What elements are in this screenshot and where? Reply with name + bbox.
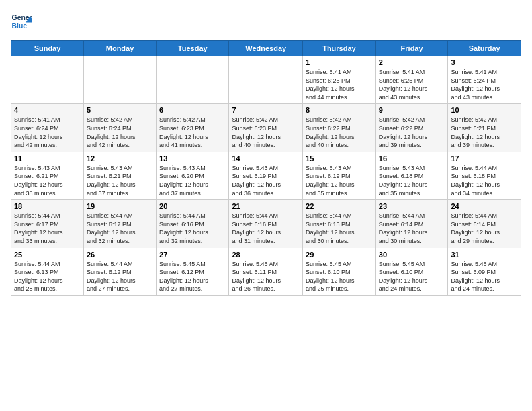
day-info: Sunrise: 5:41 AM Sunset: 6:24 PM Dayligh… (451, 68, 518, 101)
day-info: Sunrise: 5:44 AM Sunset: 6:16 PM Dayligh… (159, 212, 226, 245)
day-info: Sunrise: 5:42 AM Sunset: 6:21 PM Dayligh… (451, 116, 518, 149)
day-header-tuesday: Tuesday (157, 41, 229, 56)
calendar-cell: 14Sunrise: 5:43 AM Sunset: 6:19 PM Dayli… (229, 152, 303, 199)
calendar-cell: 28Sunrise: 5:45 AM Sunset: 6:11 PM Dayli… (229, 248, 303, 295)
calendar-cell (83, 56, 156, 104)
day-info: Sunrise: 5:41 AM Sunset: 6:25 PM Dayligh… (379, 68, 445, 101)
calendar-cell: 20Sunrise: 5:44 AM Sunset: 6:16 PM Dayli… (157, 200, 229, 248)
day-info: Sunrise: 5:42 AM Sunset: 6:23 PM Dayligh… (232, 116, 300, 149)
calendar-cell: 16Sunrise: 5:43 AM Sunset: 6:18 PM Dayli… (375, 152, 448, 199)
day-header-friday: Friday (375, 41, 448, 56)
calendar-cell: 12Sunrise: 5:43 AM Sunset: 6:21 PM Dayli… (83, 152, 156, 199)
day-number: 28 (232, 250, 300, 259)
day-info: Sunrise: 5:45 AM Sunset: 6:12 PM Dayligh… (159, 260, 226, 293)
calendar-cell (11, 56, 84, 104)
calendar-cell: 30Sunrise: 5:45 AM Sunset: 6:10 PM Dayli… (375, 248, 448, 295)
day-number: 26 (87, 250, 153, 259)
calendar-cell: 9Sunrise: 5:42 AM Sunset: 6:22 PM Daylig… (375, 104, 448, 152)
day-number: 27 (159, 250, 226, 259)
day-number: 2 (379, 58, 445, 66)
day-number: 10 (451, 106, 518, 114)
week-row-3: 11Sunrise: 5:43 AM Sunset: 6:21 PM Dayli… (11, 152, 521, 199)
day-number: 31 (451, 250, 518, 259)
week-row-4: 18Sunrise: 5:44 AM Sunset: 6:17 PM Dayli… (11, 200, 521, 248)
day-info: Sunrise: 5:45 AM Sunset: 6:10 PM Dayligh… (306, 260, 373, 293)
day-number: 3 (451, 58, 518, 66)
calendar-cell: 5Sunrise: 5:42 AM Sunset: 6:24 PM Daylig… (83, 104, 156, 152)
calendar-cell: 17Sunrise: 5:44 AM Sunset: 6:18 PM Dayli… (448, 152, 521, 199)
day-header-thursday: Thursday (303, 41, 376, 56)
day-info: Sunrise: 5:41 AM Sunset: 6:24 PM Dayligh… (14, 116, 81, 149)
calendar-cell (157, 56, 229, 104)
logo-icon: General Blue (11, 11, 32, 32)
calendar-cell: 6Sunrise: 5:42 AM Sunset: 6:23 PM Daylig… (157, 104, 229, 152)
day-header-saturday: Saturday (448, 41, 521, 56)
day-number: 5 (87, 106, 153, 114)
calendar-cell (229, 56, 303, 104)
calendar-cell: 29Sunrise: 5:45 AM Sunset: 6:10 PM Dayli… (303, 248, 376, 295)
day-number: 17 (451, 154, 518, 163)
calendar-table: SundayMondayTuesdayWednesdayThursdayFrid… (11, 40, 521, 296)
calendar-cell: 11Sunrise: 5:43 AM Sunset: 6:21 PM Dayli… (11, 152, 84, 199)
calendar-cell: 24Sunrise: 5:44 AM Sunset: 6:14 PM Dayli… (448, 200, 521, 248)
calendar-cell: 8Sunrise: 5:42 AM Sunset: 6:22 PM Daylig… (303, 104, 376, 152)
day-number: 20 (159, 202, 226, 210)
day-info: Sunrise: 5:44 AM Sunset: 6:17 PM Dayligh… (87, 212, 153, 245)
day-info: Sunrise: 5:44 AM Sunset: 6:17 PM Dayligh… (14, 212, 81, 245)
day-number: 9 (379, 106, 445, 114)
days-header-row: SundayMondayTuesdayWednesdayThursdayFrid… (11, 41, 521, 56)
day-number: 23 (379, 202, 445, 210)
calendar-cell: 21Sunrise: 5:44 AM Sunset: 6:16 PM Dayli… (229, 200, 303, 248)
day-info: Sunrise: 5:45 AM Sunset: 6:09 PM Dayligh… (451, 260, 518, 293)
day-number: 1 (306, 58, 373, 66)
day-number: 16 (379, 154, 445, 163)
calendar-cell: 7Sunrise: 5:42 AM Sunset: 6:23 PM Daylig… (229, 104, 303, 152)
svg-text:Blue: Blue (12, 22, 28, 30)
day-number: 24 (451, 202, 518, 210)
day-info: Sunrise: 5:42 AM Sunset: 6:22 PM Dayligh… (379, 116, 445, 149)
day-info: Sunrise: 5:44 AM Sunset: 6:14 PM Dayligh… (451, 212, 518, 245)
calendar-cell: 31Sunrise: 5:45 AM Sunset: 6:09 PM Dayli… (448, 248, 521, 295)
week-row-2: 4Sunrise: 5:41 AM Sunset: 6:24 PM Daylig… (11, 104, 521, 152)
day-info: Sunrise: 5:43 AM Sunset: 6:20 PM Dayligh… (159, 164, 226, 197)
day-number: 30 (379, 250, 445, 259)
day-number: 19 (87, 202, 153, 210)
calendar-cell: 23Sunrise: 5:44 AM Sunset: 6:14 PM Dayli… (375, 200, 448, 248)
day-number: 4 (14, 106, 81, 114)
day-info: Sunrise: 5:43 AM Sunset: 6:21 PM Dayligh… (14, 164, 81, 197)
week-row-1: 1Sunrise: 5:41 AM Sunset: 6:25 PM Daylig… (11, 56, 521, 104)
day-info: Sunrise: 5:42 AM Sunset: 6:24 PM Dayligh… (87, 116, 153, 149)
day-number: 14 (232, 154, 300, 163)
calendar-cell: 15Sunrise: 5:43 AM Sunset: 6:19 PM Dayli… (303, 152, 376, 199)
week-row-5: 25Sunrise: 5:44 AM Sunset: 6:13 PM Dayli… (11, 248, 521, 295)
day-header-sunday: Sunday (11, 41, 84, 56)
day-number: 18 (14, 202, 81, 210)
header: General Blue (11, 11, 521, 32)
day-header-monday: Monday (83, 41, 156, 56)
day-number: 22 (306, 202, 373, 210)
calendar-cell: 13Sunrise: 5:43 AM Sunset: 6:20 PM Dayli… (157, 152, 229, 199)
day-info: Sunrise: 5:42 AM Sunset: 6:23 PM Dayligh… (159, 116, 226, 149)
day-info: Sunrise: 5:43 AM Sunset: 6:18 PM Dayligh… (379, 164, 445, 197)
day-info: Sunrise: 5:43 AM Sunset: 6:19 PM Dayligh… (232, 164, 300, 197)
calendar-cell: 18Sunrise: 5:44 AM Sunset: 6:17 PM Dayli… (11, 200, 84, 248)
calendar-cell: 22Sunrise: 5:44 AM Sunset: 6:15 PM Dayli… (303, 200, 376, 248)
day-info: Sunrise: 5:44 AM Sunset: 6:18 PM Dayligh… (451, 164, 518, 197)
day-info: Sunrise: 5:42 AM Sunset: 6:22 PM Dayligh… (306, 116, 373, 149)
calendar-cell: 4Sunrise: 5:41 AM Sunset: 6:24 PM Daylig… (11, 104, 84, 152)
day-number: 12 (87, 154, 153, 163)
day-number: 6 (159, 106, 226, 114)
calendar-cell: 2Sunrise: 5:41 AM Sunset: 6:25 PM Daylig… (375, 56, 448, 104)
day-number: 8 (306, 106, 373, 114)
day-info: Sunrise: 5:41 AM Sunset: 6:25 PM Dayligh… (306, 68, 373, 101)
day-number: 13 (159, 154, 226, 163)
calendar-cell: 26Sunrise: 5:44 AM Sunset: 6:12 PM Dayli… (83, 248, 156, 295)
calendar-cell: 25Sunrise: 5:44 AM Sunset: 6:13 PM Dayli… (11, 248, 84, 295)
day-info: Sunrise: 5:44 AM Sunset: 6:13 PM Dayligh… (14, 260, 81, 293)
day-number: 25 (14, 250, 81, 259)
calendar-cell: 1Sunrise: 5:41 AM Sunset: 6:25 PM Daylig… (303, 56, 376, 104)
calendar-cell: 19Sunrise: 5:44 AM Sunset: 6:17 PM Dayli… (83, 200, 156, 248)
day-info: Sunrise: 5:44 AM Sunset: 6:15 PM Dayligh… (306, 212, 373, 245)
day-info: Sunrise: 5:44 AM Sunset: 6:14 PM Dayligh… (379, 212, 445, 245)
logo: General Blue (11, 11, 32, 32)
